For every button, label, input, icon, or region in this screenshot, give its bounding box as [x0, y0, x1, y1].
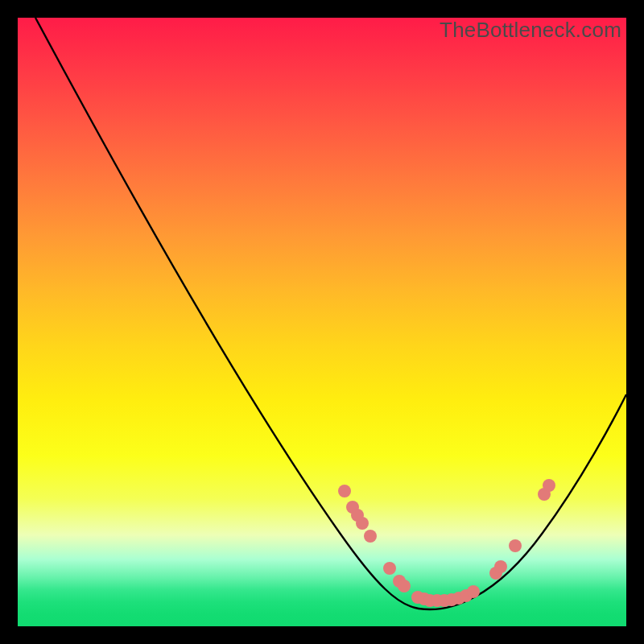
data-point — [494, 560, 507, 573]
data-point — [509, 539, 522, 552]
watermark-text: TheBottleneck.com — [440, 18, 621, 43]
data-point — [398, 580, 411, 592]
bottleneck-curve — [35, 18, 626, 609]
chart-svg — [18, 18, 626, 626]
data-point — [467, 585, 480, 598]
data-point — [383, 562, 396, 575]
data-point — [364, 530, 377, 543]
chart-frame: TheBottleneck.com — [18, 18, 626, 626]
data-point — [356, 517, 369, 530]
data-point — [543, 479, 555, 492]
data-point — [338, 485, 351, 497]
data-points-group — [338, 479, 555, 607]
